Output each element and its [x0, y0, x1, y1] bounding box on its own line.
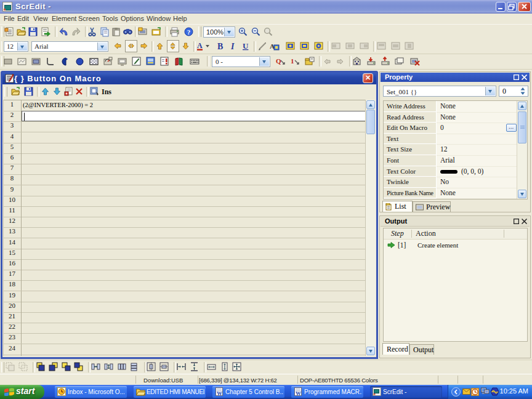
svg-text:I: I — [230, 42, 235, 51]
svg-text:1: 1 — [291, 57, 294, 65]
svg-text:Q: Q — [276, 57, 281, 65]
svg-text:U: U — [243, 41, 249, 50]
svg-text:B: B — [217, 42, 223, 51]
svg-text:?: ? — [187, 28, 191, 36]
svg-text:W: W — [296, 390, 301, 397]
svg-text:W: W — [217, 390, 222, 397]
svg-text:A: A — [197, 41, 203, 50]
